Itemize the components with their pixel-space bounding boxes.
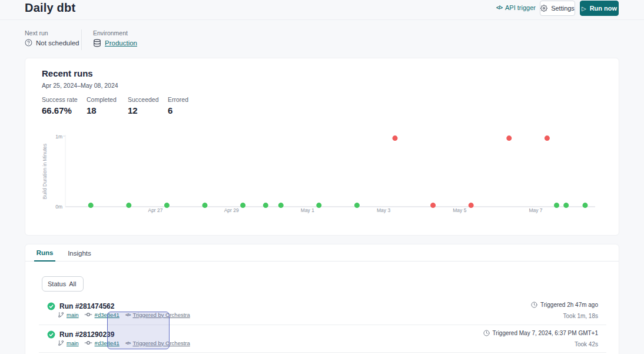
commit-link[interactable]: #d3e8e41 xyxy=(95,312,119,318)
y-axis-label: Build Duration in Minutes xyxy=(42,144,48,200)
y-tick-0m: 0m xyxy=(55,204,62,210)
next-run-value: Not scheduled xyxy=(25,39,79,47)
run-meta: main #d3e8e41 </> Triggered by Orchestra xyxy=(58,310,190,319)
run-dot-errored[interactable] xyxy=(545,135,550,141)
filter-label: Status xyxy=(48,280,66,287)
run-took: Took 1m, 18s xyxy=(563,313,598,319)
run-dot-succeeded[interactable] xyxy=(164,203,170,208)
environment-value: Production xyxy=(93,39,137,47)
job-page: Daily dbt </> API trigger Settings ▷ Run… xyxy=(0,0,644,354)
run-row[interactable]: Run #281474562 main #d3e8e41 </> Trigger… xyxy=(39,297,606,325)
run-dot-succeeded[interactable] xyxy=(316,203,321,208)
clock-icon xyxy=(531,302,537,308)
run-dot-succeeded[interactable] xyxy=(554,203,559,208)
run-triggered: Triggered 2h 47m ago xyxy=(531,302,598,308)
clock-icon xyxy=(483,330,490,336)
header-divider xyxy=(0,19,644,20)
environment-link[interactable]: Production xyxy=(105,39,137,47)
success-check-icon xyxy=(47,302,55,310)
run-dot-succeeded[interactable] xyxy=(240,203,245,208)
code-icon: </> xyxy=(125,312,131,317)
git-commit-icon xyxy=(84,310,92,319)
run-triggered: Triggered May 7, 2024, 6:37 PM GMT+1 xyxy=(483,330,598,336)
x-tick-label: Apr 27 xyxy=(148,207,162,213)
settings-button[interactable]: Settings xyxy=(540,1,575,16)
api-trigger-link[interactable]: </> API trigger xyxy=(496,4,536,11)
run-dot-succeeded[interactable] xyxy=(563,203,569,208)
filter-value: All xyxy=(69,280,76,287)
run-dot-succeeded[interactable] xyxy=(126,203,131,208)
x-tick-label: May 3 xyxy=(377,207,390,213)
run-dot-succeeded[interactable] xyxy=(354,203,360,208)
git-branch-icon xyxy=(58,340,64,346)
x-tick-label: May 7 xyxy=(529,207,542,213)
run-took: Took 42s xyxy=(575,341,598,348)
next-run-text: Not scheduled xyxy=(36,39,79,47)
run-now-label: Run now xyxy=(590,5,617,12)
status-filter-dropdown[interactable]: Status All xyxy=(42,276,84,292)
page-title: Daily dbt xyxy=(25,1,75,15)
success-check-icon xyxy=(47,330,55,339)
run-dot-succeeded[interactable] xyxy=(203,203,208,208)
vertical-divider xyxy=(81,29,82,50)
branch-link[interactable]: main xyxy=(67,340,79,346)
git-commit-icon xyxy=(84,339,92,347)
code-icon: </> xyxy=(496,5,502,11)
tab-insights[interactable]: Insights xyxy=(67,244,92,262)
trigger-source-link[interactable]: Triggered by Orchestra xyxy=(132,340,190,346)
code-icon: </> xyxy=(125,340,131,346)
gear-icon xyxy=(540,5,547,12)
commit-link[interactable]: #d3e8e41 xyxy=(95,340,119,346)
recent-runs-card: Recent runs Apr 25, 2024–May 08, 2024 Su… xyxy=(25,58,619,236)
run-meta: main #d3e8e41 </> Triggered by Orchestra xyxy=(58,338,190,348)
runs-card: Runs Insights Status All Run #281474562 … xyxy=(25,244,619,354)
branch-link[interactable]: main xyxy=(67,312,79,318)
run-title[interactable]: Run #281290239 xyxy=(59,330,114,339)
run-dot-errored[interactable] xyxy=(506,135,512,141)
run-dot-errored[interactable] xyxy=(469,203,474,208)
x-tick-label: Apr 29 xyxy=(224,207,239,213)
api-trigger-label: API trigger xyxy=(505,4,536,11)
trigger-source-link[interactable]: Triggered by Orchestra xyxy=(132,312,190,318)
x-tick-label: May 1 xyxy=(301,207,314,213)
database-icon xyxy=(93,39,101,47)
run-now-button[interactable]: ▷ Run now xyxy=(580,1,619,16)
run-dot-succeeded[interactable] xyxy=(278,203,284,208)
help-circle-icon xyxy=(25,39,32,47)
run-title[interactable]: Run #281474562 xyxy=(59,302,114,310)
tabs-row: Runs Insights xyxy=(25,244,619,262)
next-run-label: Next run xyxy=(25,29,48,37)
x-tick-label: May 5 xyxy=(453,207,466,213)
play-icon: ▷ xyxy=(582,5,586,12)
git-branch-icon xyxy=(58,312,64,318)
settings-label: Settings xyxy=(551,5,575,12)
run-dot-succeeded[interactable] xyxy=(583,203,588,208)
build-duration-chart: Build Duration in Minutes 1m 0m Apr 27Ap… xyxy=(25,58,620,236)
y-tick-1m: 1m xyxy=(55,134,62,140)
run-dot-succeeded[interactable] xyxy=(263,203,268,208)
environment-label: Environment xyxy=(93,29,128,37)
tab-runs[interactable]: Runs xyxy=(34,244,55,262)
run-triggered-text: Triggered May 7, 2024, 6:37 PM GMT+1 xyxy=(493,330,598,336)
run-row[interactable]: Run #281290239 main #d3e8e41 </> Trigger… xyxy=(39,325,606,353)
run-dot-errored[interactable] xyxy=(430,203,436,208)
run-dot-succeeded[interactable] xyxy=(88,203,94,208)
run-dot-errored[interactable] xyxy=(393,135,398,141)
run-triggered-text: Triggered 2h 47m ago xyxy=(540,302,598,308)
